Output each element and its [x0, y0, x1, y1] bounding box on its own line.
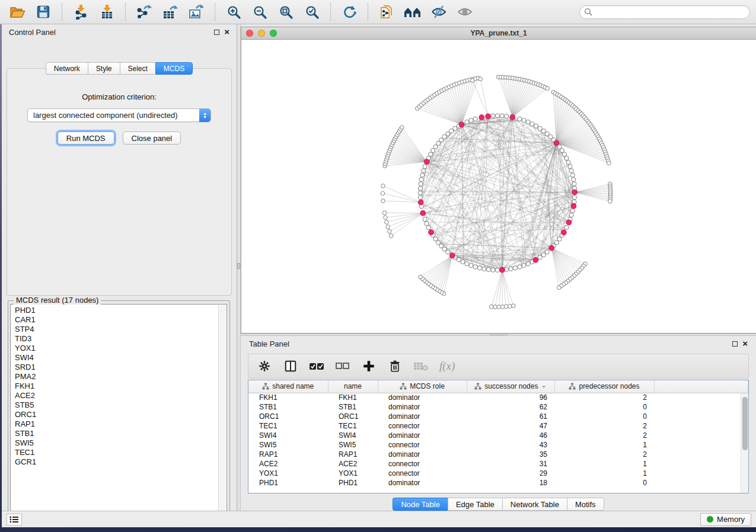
show-all-button[interactable]: [454, 2, 476, 21]
deselect-all-button[interactable]: [335, 358, 350, 374]
table-cell[interactable]: TEC1: [248, 421, 328, 431]
mcds-result-item[interactable]: ACE2: [15, 391, 227, 400]
mcds-hub-node[interactable]: [533, 258, 538, 263]
table-cell[interactable]: dominator: [378, 450, 467, 459]
network-node[interactable]: [425, 222, 429, 226]
mcds-hub-node[interactable]: [566, 220, 572, 225]
network-node[interactable]: [433, 237, 438, 241]
network-node[interactable]: [431, 148, 435, 152]
network-node[interactable]: [504, 305, 508, 309]
network-node[interactable]: [572, 196, 576, 200]
table-cell[interactable]: PHD1: [248, 478, 328, 488]
table-cell[interactable]: FKH1: [328, 393, 378, 402]
close-panel-icon[interactable]: ×: [224, 29, 229, 35]
network-node[interactable]: [465, 262, 469, 266]
network-node[interactable]: [419, 177, 423, 181]
table-cell[interactable]: SWI4: [248, 431, 328, 440]
network-node[interactable]: [518, 117, 522, 121]
network-node[interactable]: [381, 199, 385, 203]
table-cell[interactable]: ORC1: [328, 412, 378, 421]
float-panel-icon[interactable]: [732, 341, 738, 347]
network-node[interactable]: [420, 173, 425, 177]
network-node[interactable]: [564, 156, 569, 161]
table-cell[interactable]: dominator: [378, 431, 467, 440]
mcds-result-item[interactable]: STB5: [15, 400, 227, 410]
zoom-out-button[interactable]: [248, 2, 271, 21]
network-node[interactable]: [418, 196, 422, 200]
network-node[interactable]: [526, 262, 530, 266]
network-node[interactable]: [570, 209, 575, 213]
network-node[interactable]: [530, 122, 534, 126]
network-node[interactable]: [418, 191, 422, 195]
network-node[interactable]: [495, 114, 499, 118]
table-cell[interactable]: 29: [467, 469, 554, 478]
mcds-result-item[interactable]: ORC1: [15, 410, 227, 419]
tab-select[interactable]: Select: [120, 62, 155, 75]
network-window-titlebar[interactable]: YPA_prune.txt_1: [241, 27, 756, 40]
network-node[interactable]: [522, 263, 526, 267]
column-header-shared-name[interactable]: shared name: [248, 380, 328, 393]
mcds-hub-node[interactable]: [479, 115, 484, 120]
network-node[interactable]: [469, 263, 473, 267]
export-image-button[interactable]: [185, 2, 208, 21]
table-row[interactable]: TEC1TEC1connector472: [248, 421, 748, 431]
table-cell[interactable]: ORC1: [248, 412, 328, 421]
table-row[interactable]: FKH1FKH1dominator962: [248, 393, 748, 402]
table-cell[interactable]: SWI5: [328, 440, 378, 450]
task-history-button[interactable]: [7, 514, 22, 525]
mcds-result-item[interactable]: GCR1: [15, 457, 227, 467]
network-node[interactable]: [479, 77, 483, 81]
network-node[interactable]: [500, 305, 505, 309]
network-node[interactable]: [541, 253, 546, 257]
table-cell[interactable]: connector: [378, 440, 467, 450]
network-node[interactable]: [381, 191, 385, 196]
network-node[interactable]: [572, 177, 576, 181]
table-settings-button[interactable]: [257, 358, 272, 374]
network-node[interactable]: [572, 182, 576, 186]
mcds-hub-node[interactable]: [549, 245, 554, 251]
table-cell[interactable]: connector: [378, 421, 467, 431]
network-node[interactable]: [491, 268, 495, 272]
mcds-result-item[interactable]: TEC1: [15, 448, 227, 457]
network-node[interactable]: [453, 126, 457, 130]
table-cell[interactable]: dominator: [378, 412, 467, 421]
network-node[interactable]: [473, 117, 477, 121]
export-table-button[interactable]: [159, 2, 181, 21]
table-row[interactable]: ORC1ORC1dominator610: [248, 412, 748, 421]
clone-network-button[interactable]: [375, 2, 398, 21]
zoom-selected-button[interactable]: [301, 2, 323, 21]
network-node[interactable]: [423, 164, 427, 168]
network-node[interactable]: [381, 184, 385, 188]
network-node[interactable]: [457, 258, 461, 262]
table-cell[interactable]: 18: [467, 478, 554, 488]
network-node[interactable]: [423, 217, 427, 222]
network-node[interactable]: [538, 126, 542, 130]
export-network-button[interactable]: [133, 2, 155, 21]
network-node[interactable]: [526, 120, 530, 124]
mcds-hub-node[interactable]: [429, 230, 434, 235]
show-columns-button[interactable]: [283, 358, 298, 374]
table-cell[interactable]: dominator: [378, 402, 467, 412]
open-file-button[interactable]: [6, 2, 28, 21]
mcds-result-item[interactable]: YOX1: [15, 344, 227, 353]
network-node[interactable]: [449, 129, 454, 133]
network-node[interactable]: [570, 173, 575, 177]
network-node[interactable]: [486, 267, 490, 271]
table-row[interactable]: YOX1YOX1connector291: [248, 469, 748, 478]
table-row[interactable]: SWI5SWI5connector431: [248, 440, 748, 450]
table-cell[interactable]: SWI4: [328, 431, 378, 440]
mcds-hub-node[interactable]: [572, 190, 578, 195]
mcds-result-item[interactable]: STB1: [15, 429, 227, 438]
table-cell[interactable]: ACE2: [248, 459, 328, 469]
optimization-criterion-select[interactable]: largest connected component (undirected)…: [27, 108, 211, 122]
mcds-result-item[interactable]: RAP1: [15, 419, 227, 429]
table-cell[interactable]: 1: [554, 459, 654, 469]
column-header-predecessor-nodes[interactable]: predecessor nodes: [554, 380, 654, 393]
table-row[interactable]: ACE2ACE2connector311: [248, 459, 748, 469]
mcds-hub-node[interactable]: [510, 114, 515, 120]
tab-style[interactable]: Style: [88, 62, 120, 75]
network-node[interactable]: [569, 213, 573, 217]
splitter-grip[interactable]: [237, 263, 240, 269]
first-neighbors-button[interactable]: [401, 2, 424, 21]
run-mcds-button[interactable]: Run MCDS: [58, 132, 114, 145]
